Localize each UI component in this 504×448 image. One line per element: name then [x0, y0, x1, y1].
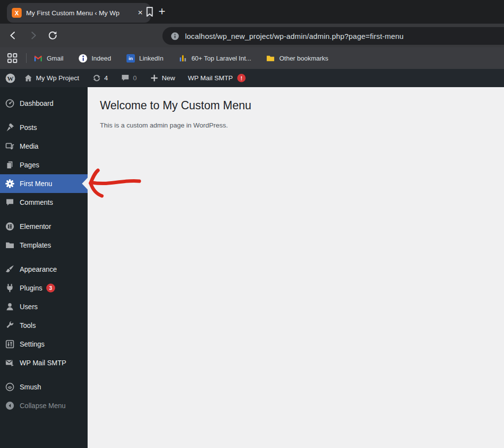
- sidebar-item-label: Comments: [20, 198, 53, 206]
- admin-bar-new[interactable]: New: [150, 73, 175, 83]
- linkedin-icon: in: [126, 54, 135, 63]
- admin-bar-updates[interactable]: 4: [92, 73, 108, 83]
- site-info-icon[interactable]: [170, 32, 180, 41]
- sidebar-item-tools[interactable]: Tools: [0, 316, 88, 335]
- dashboard-icon: [5, 98, 15, 108]
- folder-icon: [266, 54, 275, 63]
- sidebar-item-label: WP Mail SMTP: [20, 359, 66, 367]
- plus-icon: [150, 73, 159, 83]
- sidebar-item-label: Users: [20, 303, 38, 311]
- bookmark-label: LinkedIn: [139, 55, 163, 62]
- updates-count: 4: [104, 74, 108, 82]
- admin-page-content: Welcome to My Custom Menu This is a cust…: [88, 87, 504, 448]
- collapse-icon: [5, 401, 15, 411]
- wp-admin-bar: W My Wp Project 4 0 New WP Mail SMTP !: [0, 69, 504, 87]
- bookmark-item[interactable]: Other bookmarks: [266, 54, 328, 63]
- svg-text:in: in: [128, 56, 133, 61]
- admin-bar-wp-mail-smtp[interactable]: WP Mail SMTP !: [188, 74, 246, 82]
- sliders-icon: [5, 339, 15, 349]
- new-tab-button[interactable]: +: [155, 4, 169, 19]
- sidebar-item-plugins[interactable]: Plugins 3: [0, 279, 88, 297]
- comment-bubble-icon: [121, 73, 130, 83]
- bookmark-label: 60+ Top Laravel Int...: [191, 55, 252, 62]
- wrench-icon: [5, 320, 15, 330]
- wordpress-logo-icon[interactable]: W: [5, 73, 16, 84]
- plugin-icon: [5, 283, 15, 293]
- sidebar-item-label: Dashboard: [20, 99, 54, 107]
- media-icon: [5, 141, 15, 151]
- gear-icon: [5, 179, 15, 189]
- admin-bar-site-link[interactable]: My Wp Project: [24, 73, 79, 83]
- sidebar-item-comments[interactable]: Comments: [0, 193, 88, 212]
- sidebar-item-smush[interactable]: Smush: [0, 378, 88, 396]
- browser-tab-bar: X My First Custom Menu ‹ My Wp × +: [0, 0, 504, 24]
- page-title: Welcome to My Custom Menu: [100, 99, 504, 112]
- chart-icon: [178, 54, 188, 63]
- sidebar-item-label: Elementor: [20, 223, 51, 230]
- bookmarks-bar: Gmail Indeed in LinkedIn 60+ Top Laravel…: [0, 47, 504, 69]
- bookmark-flag-icon[interactable]: [143, 5, 156, 18]
- sidebar-item-label: Tools: [20, 321, 36, 329]
- pages-icon: [5, 160, 15, 170]
- gmail-icon: [33, 54, 43, 63]
- page-body-text: This is a custom admin page in WordPress…: [100, 122, 504, 129]
- wp-admin-sidebar: Dashboard Posts Media Pages First Menu C…: [0, 87, 88, 448]
- sidebar-item-first-menu[interactable]: First Menu: [0, 174, 88, 193]
- home-icon: [24, 73, 33, 83]
- sidebar-item-label: Collapse Menu: [20, 402, 65, 410]
- comments-icon: [5, 197, 15, 207]
- bookmark-item[interactable]: in LinkedIn: [126, 54, 163, 63]
- sidebar-item-posts[interactable]: Posts: [0, 118, 88, 137]
- bookmark-label: Gmail: [47, 55, 63, 62]
- sidebar-item-label: First Menu: [20, 180, 52, 188]
- sidebar-item-wp-mail-smtp[interactable]: WP Mail SMTP: [0, 353, 88, 372]
- divider: [26, 53, 27, 63]
- sidebar-item-templates[interactable]: Templates: [0, 236, 88, 255]
- xampp-favicon-icon: X: [12, 8, 22, 18]
- sidebar-item-pages[interactable]: Pages: [0, 156, 88, 174]
- back-icon[interactable]: [7, 29, 20, 42]
- sidebar-item-label: Settings: [20, 340, 45, 348]
- browser-tab[interactable]: X My First Custom Menu ‹ My Wp ×: [7, 3, 151, 23]
- bookmark-label: Indeed: [92, 55, 111, 62]
- svg-text:X: X: [15, 10, 19, 17]
- bookmark-item[interactable]: Gmail: [33, 54, 63, 63]
- user-icon: [5, 302, 15, 312]
- smush-icon: [5, 382, 15, 392]
- indeed-icon: [78, 54, 88, 63]
- tab-title: My First Custom Menu ‹ My Wp: [26, 9, 120, 17]
- sidebar-item-collapse-menu[interactable]: Collapse Menu: [0, 396, 88, 415]
- sidebar-item-label: Posts: [20, 124, 37, 131]
- sidebar-item-label: Media: [20, 142, 38, 150]
- forward-icon[interactable]: [27, 29, 39, 42]
- svg-text:W: W: [7, 74, 14, 82]
- sidebar-item-settings[interactable]: Settings: [0, 335, 88, 353]
- bookmark-item[interactable]: 60+ Top Laravel Int...: [178, 54, 252, 63]
- sidebar-item-users[interactable]: Users: [0, 297, 88, 316]
- sidebar-item-label: Plugins: [20, 284, 42, 292]
- envelope-icon: [5, 358, 15, 368]
- new-label: New: [162, 74, 175, 82]
- sidebar-item-media[interactable]: Media: [0, 137, 88, 156]
- sidebar-item-label: Appearance: [20, 265, 57, 273]
- admin-bar-comments[interactable]: 0: [121, 73, 137, 83]
- wp-mail-smtp-label: WP Mail SMTP: [188, 74, 233, 82]
- sidebar-item-dashboard[interactable]: Dashboard: [0, 94, 88, 113]
- address-bar[interactable]: localhost/wp_new_project/wp-admin/admin.…: [162, 27, 504, 45]
- url-text: localhost/wp_new_project/wp-admin/admin.…: [185, 32, 404, 40]
- sidebar-item-appearance[interactable]: Appearance: [0, 260, 88, 279]
- comments-count: 0: [133, 74, 137, 82]
- folder-icon: [5, 240, 15, 250]
- apps-grid-icon[interactable]: [6, 52, 18, 64]
- sidebar-item-label: Pages: [20, 161, 39, 169]
- bookmark-label: Other bookmarks: [279, 55, 328, 62]
- site-name: My Wp Project: [36, 74, 79, 82]
- sidebar-item-label: Smush: [20, 383, 41, 391]
- brush-icon: [5, 264, 15, 274]
- count-badge: 3: [46, 284, 55, 292]
- bookmark-item[interactable]: Indeed: [78, 54, 111, 63]
- pushpin-icon: [5, 123, 15, 132]
- reload-icon[interactable]: [46, 29, 59, 42]
- sidebar-item-elementor[interactable]: Elementor: [0, 217, 88, 236]
- elementor-icon: [5, 222, 15, 231]
